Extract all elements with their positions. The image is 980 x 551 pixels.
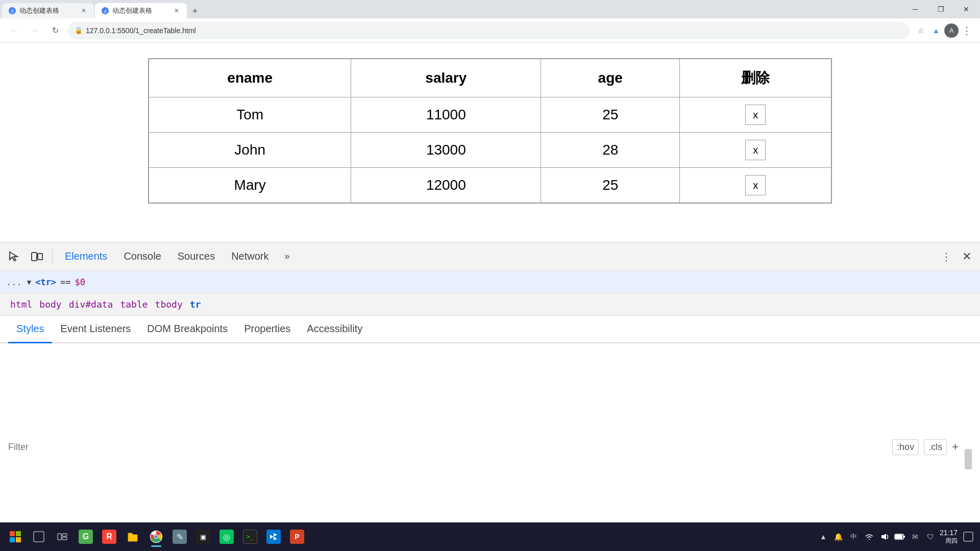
forward-button[interactable]: → xyxy=(27,22,43,39)
powerpoint-button[interactable]: P xyxy=(286,525,308,548)
wechat-button[interactable]: ◎ xyxy=(215,525,238,548)
cell-salary-1: 11000 xyxy=(351,97,541,133)
sub-tab-event-listeners[interactable]: Event Listeners xyxy=(52,316,139,343)
page-content: ename salary age 删除 Tom 11000 25 x xyxy=(0,43,980,242)
svg-rect-20 xyxy=(903,536,905,538)
tab-elements[interactable]: Elements xyxy=(58,246,114,266)
new-tab-button[interactable]: + xyxy=(188,4,202,18)
tab1-close[interactable]: ✕ xyxy=(80,7,88,15)
cell-salary-3: 12000 xyxy=(351,168,541,204)
tab-1[interactable]: d 动态创建表格 ✕ xyxy=(2,3,94,18)
inspect-element-button[interactable] xyxy=(4,246,24,267)
sub-tab-properties[interactable]: Properties xyxy=(236,316,299,343)
pen-app-button[interactable]: ✎ xyxy=(168,525,191,548)
chrome-button[interactable] xyxy=(145,525,167,548)
table-row: Mary 12000 25 x xyxy=(149,168,831,204)
tab2-close[interactable]: ✕ xyxy=(173,7,181,15)
data-table: ename salary age 删除 Tom 11000 25 x xyxy=(148,58,832,204)
minimize-button[interactable]: ─ xyxy=(903,1,927,17)
svg-rect-12 xyxy=(62,534,67,536)
breadcrumb-tr[interactable]: tr xyxy=(188,298,203,311)
cell-ename-1: Tom xyxy=(149,97,351,133)
back-button[interactable]: ← xyxy=(6,22,22,39)
table-row: John 13000 28 x xyxy=(149,133,831,168)
green-app-button[interactable]: G xyxy=(75,525,97,548)
sub-tab-styles[interactable]: Styles xyxy=(8,316,52,343)
devtools-menu-button[interactable]: ⋮ xyxy=(937,247,955,266)
element-triangle: ▼ xyxy=(27,278,31,286)
browser-window: d 动态创建表格 ✕ d 动态创建表格 ✕ + ─ ❐ ✕ ← → xyxy=(0,0,980,551)
svg-rect-9 xyxy=(16,537,21,542)
tray-battery[interactable] xyxy=(894,531,906,543)
notification-button[interactable] xyxy=(961,525,976,548)
delete-btn-1[interactable]: x xyxy=(745,105,766,125)
terminal-button[interactable]: >_ xyxy=(239,525,261,548)
breadcrumb-tbody[interactable]: tbody xyxy=(153,298,185,311)
extension-icon[interactable]: ▲ xyxy=(929,23,943,38)
tab-2[interactable]: d 动态创建表格 ✕ xyxy=(95,3,187,18)
scrollbar-thumb xyxy=(965,449,972,469)
delete-btn-3[interactable]: x xyxy=(745,175,766,195)
sub-tab-dom-breakpoints[interactable]: DOM Breakpoints xyxy=(139,316,236,343)
cls-button[interactable]: .cls xyxy=(924,439,947,455)
svg-rect-8 xyxy=(10,537,15,542)
start-button[interactable] xyxy=(4,525,27,548)
reload-button[interactable]: ↻ xyxy=(47,22,63,39)
profile-button[interactable]: A xyxy=(944,23,959,38)
svg-text:d: d xyxy=(11,9,13,14)
close-button[interactable]: ✕ xyxy=(954,1,978,17)
clock[interactable]: 21:17 周四 xyxy=(938,529,960,545)
tray-expand[interactable]: ▲ xyxy=(817,531,829,543)
breadcrumb-body[interactable]: body xyxy=(37,298,63,311)
col-header-ename: ename xyxy=(149,59,351,97)
breadcrumb-html[interactable]: html xyxy=(8,298,34,311)
search-button[interactable] xyxy=(28,525,50,548)
svg-text:d: d xyxy=(104,9,106,14)
clock-date: 周四 xyxy=(945,537,958,545)
cell-age-2: 28 xyxy=(541,133,680,168)
tab2-favicon: d xyxy=(101,7,109,15)
menu-button[interactable]: ⋮ xyxy=(960,23,974,38)
svg-rect-11 xyxy=(58,534,61,540)
tray-mail[interactable]: ✉ xyxy=(909,531,921,543)
cell-salary-2: 13000 xyxy=(351,133,541,168)
element-bar: ... ▼ <tr> == $0 xyxy=(0,271,980,293)
filter-input[interactable] xyxy=(8,442,887,453)
taskview-button[interactable] xyxy=(51,525,74,548)
filter-row: :hov .cls + xyxy=(0,343,980,551)
red-app-button[interactable]: R xyxy=(98,525,120,548)
bookmark-icon[interactable]: ☆ xyxy=(914,23,928,38)
black-app-button[interactable]: ▣ xyxy=(192,525,214,548)
element-dollar: $0 xyxy=(75,277,85,287)
more-tabs-button[interactable]: » xyxy=(278,247,297,266)
col-header-salary: salary xyxy=(351,59,541,97)
delete-btn-2[interactable]: x xyxy=(745,140,766,160)
svg-rect-4 xyxy=(32,253,37,261)
lock-icon: 🔒 xyxy=(75,27,83,34)
devtools-close-button[interactable]: ✕ xyxy=(958,247,976,266)
sub-tabs-bar: Styles Event Listeners DOM Breakpoints P… xyxy=(0,316,980,343)
tab1-title: 动态创建表格 xyxy=(19,6,77,15)
cell-ename-2: John xyxy=(149,133,351,168)
breadcrumb-div[interactable]: div#data xyxy=(67,298,115,311)
tray-wifi[interactable] xyxy=(863,531,875,543)
element-tag[interactable]: <tr> xyxy=(35,277,56,287)
taskbar: G R ✎ xyxy=(0,522,980,551)
tray-keyboard[interactable]: 中 xyxy=(848,531,860,543)
vscode-button[interactable] xyxy=(262,525,285,548)
files-button[interactable] xyxy=(121,525,144,548)
address-input[interactable] xyxy=(86,27,902,35)
sub-tab-accessibility[interactable]: Accessibility xyxy=(299,316,371,343)
add-style-button[interactable]: + xyxy=(952,440,959,454)
tab-console[interactable]: Console xyxy=(116,246,168,266)
svg-rect-21 xyxy=(964,532,973,541)
breadcrumb-table[interactable]: table xyxy=(118,298,150,311)
tab-sources[interactable]: Sources xyxy=(170,246,222,266)
hov-button[interactable]: :hov xyxy=(892,439,919,455)
tab-network[interactable]: Network xyxy=(224,246,276,266)
device-toolbar-button[interactable] xyxy=(27,246,47,267)
maximize-button[interactable]: ❐ xyxy=(929,1,952,17)
tray-security[interactable]: 🛡 xyxy=(924,531,937,543)
tray-volume[interactable] xyxy=(878,531,891,543)
tray-notification-bell[interactable]: 🔔 xyxy=(832,531,845,543)
